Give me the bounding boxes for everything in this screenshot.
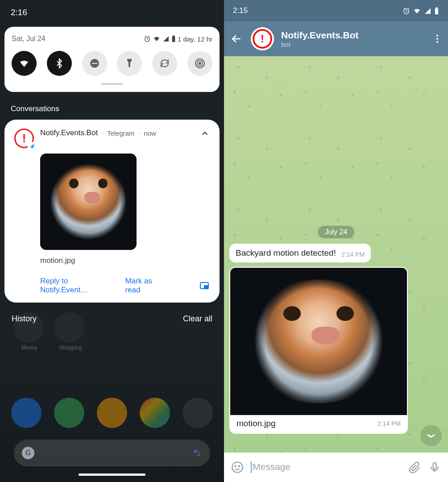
svg-point-19: [436, 41, 438, 43]
message-text[interactable]: Backyard motion detected! 2:14 PM: [229, 244, 371, 262]
gesture-nav-pill[interactable]: [79, 474, 145, 476]
wifi-icon: [153, 35, 161, 42]
chat-avatar[interactable]: !: [251, 27, 274, 50]
svg-point-5: [199, 62, 201, 64]
chat-subtitle: bot: [281, 41, 425, 48]
notification-time: now: [144, 129, 156, 137]
svg-point-21: [235, 466, 236, 467]
google-icon: G: [22, 447, 34, 459]
signal-icon: [162, 35, 170, 42]
mark-read-button[interactable]: Mark as read: [125, 277, 163, 295]
svg-point-12: [198, 454, 200, 456]
history-label[interactable]: History: [12, 314, 37, 324]
dock-app-messages[interactable]: [54, 398, 84, 428]
notification-app-icon: !: [14, 129, 34, 148]
svg-point-22: [239, 466, 240, 467]
svg-rect-9: [204, 286, 207, 288]
dock-app-phone[interactable]: [11, 398, 41, 428]
battery-icon: [434, 7, 439, 15]
svg-rect-1: [172, 36, 175, 42]
image-caption: motion.jpg: [236, 419, 276, 428]
svg-rect-2: [173, 35, 174, 36]
clock: 2:16: [11, 8, 27, 17]
svg-point-20: [232, 462, 242, 472]
chat-appbar: ! Notify.Events.Bot bot: [224, 21, 448, 56]
telegram-chat: 2:15 ! Notify.Events.Bot bot July 24 Bac…: [224, 0, 448, 482]
svg-point-18: [436, 38, 438, 40]
battery-icon: [171, 35, 176, 42]
pip-icon[interactable]: [199, 280, 210, 291]
qs-toggle-dnd[interactable]: [82, 51, 107, 76]
clock: 2:15: [233, 6, 248, 15]
reply-button[interactable]: Reply to Notify.Event…: [40, 277, 107, 295]
svg-point-13: [196, 454, 197, 456]
svg-rect-15: [435, 8, 438, 14]
home-dock: G: [0, 366, 224, 482]
attach-icon[interactable]: [409, 461, 421, 474]
svg-point-17: [436, 35, 438, 37]
chat-title[interactable]: Notify.Events.Bot: [281, 30, 425, 41]
svg-rect-16: [436, 7, 437, 8]
chat-body[interactable]: July 24 Backyard motion detected! 2:14 P…: [224, 56, 448, 453]
alarm-icon: [402, 7, 410, 15]
folder-label: Shopping: [59, 345, 82, 351]
qs-date: Sat, Jul 24: [12, 35, 46, 43]
image-time: 2:14 PM: [377, 420, 401, 427]
scroll-down-button[interactable]: [420, 425, 442, 446]
search-bar[interactable]: G: [14, 440, 210, 466]
sticker-icon[interactable]: [231, 461, 244, 474]
quick-settings-panel[interactable]: Sat, Jul 24 1 day, 12 hr: [4, 27, 220, 92]
conversations-label: Conversations: [11, 104, 59, 113]
qs-toggle-row: [12, 51, 212, 76]
back-button[interactable]: [229, 33, 244, 45]
android-notification-shade: 2:16 Sat, Jul 24: [0, 0, 224, 482]
dock-app-chrome[interactable]: [140, 398, 170, 428]
qs-toggle-autorotate[interactable]: [152, 51, 177, 76]
alarm-icon: [144, 35, 151, 42]
svg-point-11: [198, 451, 201, 453]
qs-toggle-wifi[interactable]: [12, 51, 37, 76]
notification-filename: motion.jpg: [40, 256, 210, 265]
wifi-icon: [413, 7, 421, 15]
qs-status-icons: 1 day, 12 hr: [144, 35, 212, 43]
message-text-content: Backyard motion detected!: [236, 248, 336, 258]
notification-sender: Notify.Events.Bot: [40, 129, 98, 137]
svg-rect-4: [92, 63, 97, 64]
dock-app-camera[interactable]: [183, 398, 213, 428]
message-input[interactable]: Message: [251, 461, 402, 473]
assistant-icon[interactable]: [192, 448, 202, 458]
qs-toggle-bluetooth[interactable]: [47, 51, 72, 76]
caret: [251, 461, 252, 473]
signal-icon: [424, 7, 431, 15]
more-button[interactable]: [432, 33, 443, 44]
input-placeholder: Message: [253, 461, 290, 472]
section-conversations: Conversations: [0, 92, 224, 120]
clear-all-button[interactable]: Clear all: [183, 314, 212, 324]
dock-app-music[interactable]: [97, 398, 127, 428]
collapse-icon[interactable]: [200, 129, 210, 138]
qs-expand-handle[interactable]: [101, 83, 123, 85]
date-chip: July 24: [318, 226, 355, 238]
message-time: 2:14 PM: [341, 251, 365, 258]
qs-toggle-flashlight[interactable]: [117, 51, 142, 76]
status-icons: [402, 7, 439, 15]
svg-rect-23: [433, 463, 436, 469]
chat-input-bar: Message: [224, 453, 448, 482]
notification-image[interactable]: [40, 154, 137, 250]
message-image[interactable]: motion.jpg 2:14 PM: [229, 267, 408, 434]
folder-label: Money: [21, 345, 37, 351]
status-bar: 2:15: [224, 0, 448, 21]
qs-toggle-hotspot[interactable]: [187, 51, 212, 76]
notification-app-name: Telegram: [107, 129, 135, 137]
battery-text: 1 day, 12 hr: [178, 35, 212, 43]
telegram-badge-icon: [28, 142, 36, 150]
svg-point-10: [194, 449, 198, 453]
notification-card[interactable]: ! Notify.Events.Bot · Telegram · now: [4, 120, 220, 303]
status-bar: 2:16: [0, 0, 224, 25]
mic-icon[interactable]: [428, 461, 441, 474]
